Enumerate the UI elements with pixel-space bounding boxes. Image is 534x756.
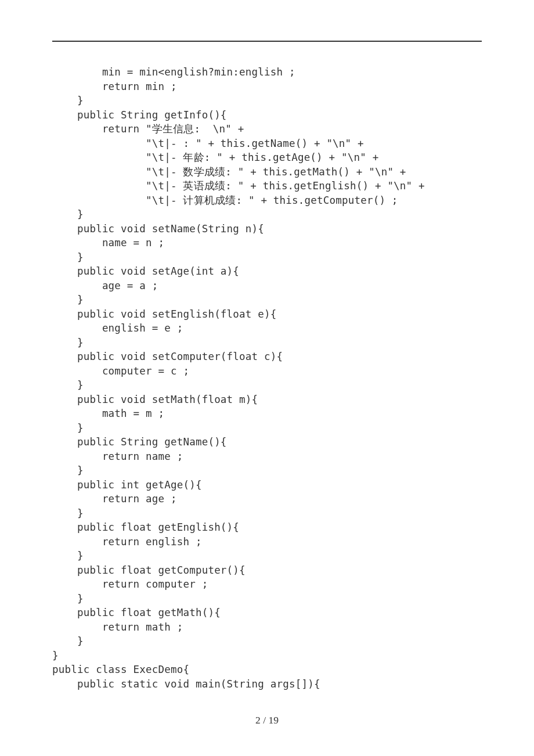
document-page: min = min<english?min:english ; return m…	[0, 0, 534, 756]
page-number: 2 / 19	[0, 713, 534, 728]
code-block: min = min<english?min:english ; return m…	[52, 65, 482, 691]
top-rule	[52, 41, 482, 42]
